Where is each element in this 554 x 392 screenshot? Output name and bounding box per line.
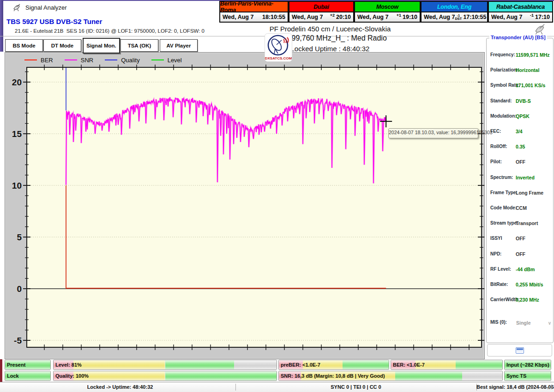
bar-label: BER: <1.0E-7	[393, 362, 425, 368]
clock-city-header: Rabat-Casablanca	[488, 1, 553, 12]
transponder-row: Stream type:Transport	[487, 220, 553, 227]
clock-time: 17:10:55	[463, 14, 486, 20]
legend-label: SNR	[81, 57, 93, 64]
transponder-panel: Transponder (AU) [BS] Frequency:11599,57…	[486, 38, 554, 343]
bar-segment-green	[456, 360, 502, 369]
status-bar: Locked -> Uptime: 48:40:32 SYNC 0 | TEI …	[0, 382, 554, 392]
transponder-value: 171,001 KS/s	[516, 83, 545, 88]
status-bar-level: Level: 81%	[53, 360, 277, 370]
locked-uptime: Locked Uptime : 48:40:32	[222, 45, 439, 53]
clock-column: London, EngWed, Aug 7-1DST17:10:55	[421, 1, 488, 23]
clock-city-header: Berlin-Paris-Vienna-Roma	[219, 1, 289, 12]
signal-chart[interactable]: -505101520	[5, 53, 484, 359]
status-bar-preber: preBER: <1.0E-7	[278, 360, 389, 370]
mis-dropdown-value: Single	[516, 320, 531, 326]
bar-label: Sync TS	[506, 373, 526, 379]
svg-text:5: 5	[17, 232, 22, 242]
transponder-value: 0,230 MHz	[516, 297, 539, 303]
world-clocks: Berlin-Paris-Vienna-RomaWed, Aug 718:10:…	[219, 1, 553, 23]
window-title: Signal Analyzer	[25, 4, 67, 11]
transponder-value: 0.35	[516, 144, 525, 149]
transponder-row: Frequency:11599,571 MHz	[487, 52, 553, 59]
transponder-label: Pilot:	[490, 159, 502, 164]
legend-label: Level	[168, 57, 182, 64]
bar-label: Quality: 100%	[55, 373, 89, 379]
bar-label: Level: 81%	[55, 362, 82, 368]
mis-label: MIS (0):	[490, 320, 507, 325]
clock-city-header: Dubai	[289, 1, 354, 12]
window-border-left	[0, 0, 3, 52]
transponder-value: OFF	[516, 236, 525, 241]
clock-column: Berlin-Paris-Vienna-RomaWed, Aug 718:10:…	[219, 1, 289, 23]
legend-line-snr	[65, 59, 77, 60]
clock-time: 20:10	[336, 14, 351, 20]
transponder-label: RollOff:	[490, 144, 507, 149]
tab-av-player[interactable]: AV Player	[160, 39, 198, 52]
bar-segment-green	[165, 360, 235, 369]
mis-dropdown[interactable]: Single ∨	[514, 318, 553, 327]
transponder-row: BitRate:0,255 Mbit/s	[487, 282, 553, 288]
legend-label: BER	[41, 57, 53, 64]
bar-segment-gray	[234, 360, 277, 369]
transponder-value: Inverted	[516, 175, 535, 180]
bar-segment-yellow	[73, 360, 165, 369]
transport-window-button[interactable]	[487, 344, 552, 356]
transponder-label: Stream type:	[490, 220, 518, 226]
tab-tsa-ok[interactable]: TSA (OK)	[120, 39, 158, 52]
transponder-value: DVB-S	[516, 98, 531, 104]
clock-time: 17:10	[535, 14, 550, 20]
tab-dt-mode[interactable]: DT Mode	[43, 39, 81, 52]
transponder-value: Transport	[516, 220, 538, 226]
bar-label: Lock	[7, 373, 19, 379]
mis-row: MIS (0): Single ∨	[487, 320, 553, 329]
transponder-label: NPD:	[490, 251, 501, 256]
clock-city-header: London, Eng	[421, 1, 488, 12]
transponder-label: Frequency:	[490, 52, 515, 57]
dxsatcs-logo: DXSATCS.COM	[265, 33, 292, 62]
transponder-label: BitRate:	[490, 282, 508, 287]
transponder-row: Symbol Rate:171,001 KS/s	[487, 83, 553, 89]
status-bar-ber: BER: <1.0E-7	[391, 360, 503, 370]
legend-line-level	[151, 59, 164, 60]
svg-text:15: 15	[12, 129, 22, 139]
bar-label: SNR: 16,3 dB (Margin: 10,8 dB | Very Goo…	[281, 373, 385, 379]
transponder-value: OFF	[516, 159, 525, 165]
bar-segment-green	[395, 371, 462, 380]
chevron-down-icon: ∨	[548, 321, 551, 326]
satellite-dish-small-icon	[533, 23, 547, 35]
transponder-row: Spectrum:Inverted	[487, 175, 553, 181]
status-bar-quality: Quality: 100%	[53, 371, 277, 381]
transponder-row: FEC:3/4	[487, 129, 553, 135]
transponder-label: Polarization:	[490, 67, 518, 72]
bar-segment-green	[343, 360, 389, 369]
transponder-row: Frame Type:Long Frame	[487, 190, 553, 196]
bar-segment-green	[165, 371, 277, 380]
transponder-row: ISSYIOFF	[487, 236, 553, 242]
transponder-label: ISSYI	[490, 236, 502, 241]
resize-grip[interactable]	[548, 385, 553, 390]
legend-label: Quality	[121, 57, 139, 64]
transponder-row: Code Mode:CCM	[487, 205, 553, 212]
clock-time-cell: Wed, Aug 718:10:55	[219, 12, 289, 23]
clock-utc-offset: +1	[397, 13, 401, 18]
signal-analyzer-window: Signal Analyzer Berlin-Paris-Vienna-Roma…	[0, 0, 554, 392]
clock-time-cell: Wed, Aug 7+119:10	[354, 12, 421, 23]
transponder-value: OFF	[516, 251, 525, 257]
tab-bs-mode[interactable]: BS Mode	[5, 39, 43, 52]
clock-column: Rabat-CasablancaWed, Aug 7-117:10	[488, 1, 553, 23]
tuner-name: TBS 5927 USB DVB-S2 Tuner	[6, 18, 102, 25]
clock-time-cell: Wed, Aug 7-117:10	[488, 12, 553, 23]
transponder-label: Code Mode:	[490, 205, 517, 210]
svg-text:-5: -5	[14, 336, 22, 345]
clock-city-header: Moscow	[354, 1, 421, 12]
transponder-row: Modulation:QPSK	[487, 113, 553, 120]
tab-signal-mon[interactable]: Signal Mon.	[83, 38, 120, 53]
transponder-label: RF Level:	[490, 267, 511, 272]
transponder-value: Long Frame	[516, 190, 543, 196]
clock-time-cell: Wed, Aug 7-1DST17:10:55	[421, 12, 488, 23]
chart-legend: BERSNRQualityLevel	[24, 55, 193, 65]
svg-text:10: 10	[12, 181, 22, 190]
status-bar-lock: Lock	[5, 371, 51, 381]
clock-column: DubaiWed, Aug 7+220:10	[289, 1, 354, 23]
transponder-value: CCM	[516, 205, 527, 211]
